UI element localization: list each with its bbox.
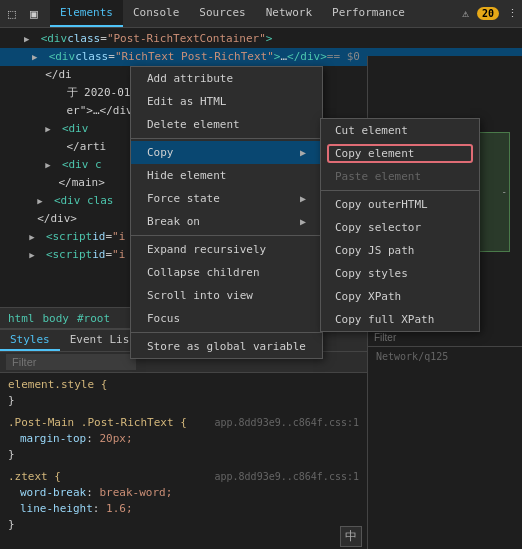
submenu-arrow-icon: ▶ xyxy=(300,147,306,158)
breadcrumb-html[interactable]: html xyxy=(8,312,35,325)
filter-input[interactable] xyxy=(6,354,136,370)
warning-icon: ⚠ xyxy=(462,7,469,20)
context-menu-item-store-as-global-variable[interactable]: Store as global variable xyxy=(131,335,322,358)
copy-submenu-item-copy-element[interactable]: Copy element xyxy=(321,142,479,165)
inspect-icon[interactable]: ⬚ xyxy=(4,6,20,22)
style-property[interactable]: word-break: break-word; xyxy=(8,485,359,501)
context-menu-item-scroll-into-view[interactable]: Scroll into view xyxy=(131,284,322,307)
context-menu-item-collapse-children[interactable]: Collapse children xyxy=(131,261,322,284)
context-menu-item-hide-element[interactable]: Hide element xyxy=(131,164,322,187)
context-menu: Add attributeEdit as HTMLDelete elementC… xyxy=(130,66,323,359)
tab-console[interactable]: Console xyxy=(123,0,189,27)
bm-right-panel-bottom: Network/q125 xyxy=(367,329,522,549)
tab-sources[interactable]: Sources xyxy=(189,0,255,27)
device-icon[interactable]: ▣ xyxy=(26,6,42,22)
copy-submenu-item-copy-outerhtml[interactable]: Copy outerHTML xyxy=(321,193,479,216)
tab-bar-icons: ⬚ ▣ xyxy=(4,6,42,22)
copy-submenu-item-copy-selector[interactable]: Copy selector xyxy=(321,216,479,239)
context-menu-item-expand-recursively[interactable]: Expand recursively xyxy=(131,238,322,261)
copy-submenu-item-copy-styles[interactable]: Copy styles xyxy=(321,262,479,285)
style-property[interactable]: margin-top: 20px; xyxy=(8,431,359,447)
breadcrumb-root[interactable]: #root xyxy=(77,312,110,325)
context-menu-item-copy[interactable]: Copy▶ xyxy=(131,141,322,164)
bm-border-right: - xyxy=(502,187,507,197)
style-block: element.style {} xyxy=(8,377,359,409)
dom-line[interactable]: ▶ <div class="Post-RichTextContainer"> xyxy=(0,30,522,48)
style-block: app.8dd93e9..c864f.css:1.ztext {word-bre… xyxy=(8,469,359,533)
tab-bar-right: ⚠ 20 ⋮ xyxy=(462,7,518,20)
context-menu-item-break-on[interactable]: Break on▶ xyxy=(131,210,322,233)
context-menu-item-delete-element[interactable]: Delete element xyxy=(131,113,322,136)
bm-filter-input[interactable] xyxy=(374,332,516,343)
tab-bar: ⬚ ▣ Elements Console Sources Network Per… xyxy=(0,0,522,28)
copy-submenu-item-copy-xpath[interactable]: Copy XPath xyxy=(321,285,479,308)
style-selector: app.8dd93e9..c864f.css:1.ztext { xyxy=(8,469,359,485)
style-block: app.8dd93e9..c864f.css:1.Post-Main .Post… xyxy=(8,415,359,463)
submenu-arrow-icon: ▶ xyxy=(300,193,306,204)
style-selector: app.8dd93e9..c864f.css:1.Post-Main .Post… xyxy=(8,415,359,431)
more-options-icon[interactable]: ⋮ xyxy=(507,7,518,20)
tab-performance[interactable]: Performance xyxy=(322,0,415,27)
copy-submenu-item-paste-element: Paste element xyxy=(321,165,479,188)
tab-elements[interactable]: Elements xyxy=(50,0,123,27)
ime-indicator: 中 xyxy=(340,526,362,547)
breadcrumb-body[interactable]: body xyxy=(43,312,70,325)
bm-network-info: Network/q125 xyxy=(368,347,522,366)
copy-submenu-item-copy-js-path[interactable]: Copy JS path xyxy=(321,239,479,262)
context-menu-item-force-state[interactable]: Force state▶ xyxy=(131,187,322,210)
styles-panel: Styles Event Listen element.style {}app.… xyxy=(0,329,367,549)
tab-styles[interactable]: Styles xyxy=(0,330,60,351)
submenu-arrow-icon: ▶ xyxy=(300,216,306,227)
styles-content: element.style {}app.8dd93e9..c864f.css:1… xyxy=(0,373,367,549)
copy-submenu: Cut elementCopy elementPaste elementCopy… xyxy=(320,118,480,332)
style-selector: element.style { xyxy=(8,377,359,393)
context-menu-item-edit-as-html[interactable]: Edit as HTML xyxy=(131,90,322,113)
style-property[interactable]: line-height: 1.6; xyxy=(8,501,359,517)
context-menu-item-add-attribute[interactable]: Add attribute xyxy=(131,67,322,90)
copy-submenu-item-cut-element[interactable]: Cut element xyxy=(321,119,479,142)
warning-count-badge[interactable]: 20 xyxy=(477,7,499,20)
context-menu-item-focus[interactable]: Focus xyxy=(131,307,322,330)
copy-submenu-item-copy-full-xpath[interactable]: Copy full XPath xyxy=(321,308,479,331)
tab-network[interactable]: Network xyxy=(256,0,322,27)
